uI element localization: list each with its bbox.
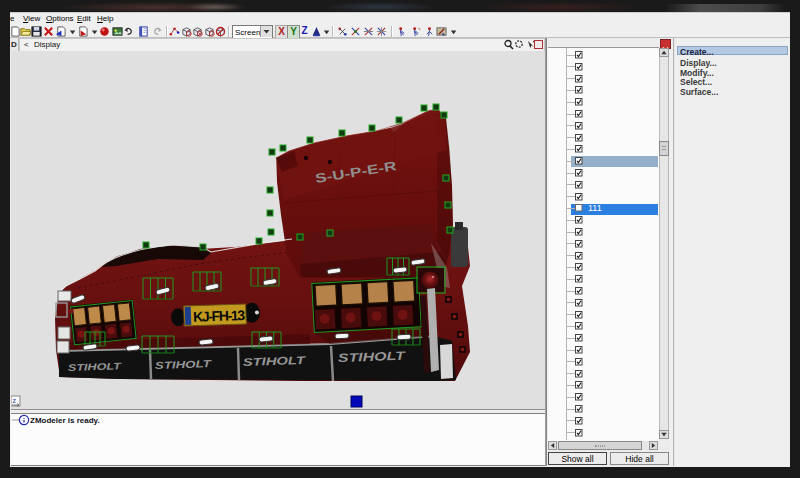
svg-text:STIHOLT: STIHOLT — [155, 358, 213, 371]
svg-text:STIHOLT: STIHOLT — [338, 349, 408, 365]
svg-text:KJ-FH-13: KJ-FH-13 — [193, 307, 246, 325]
svg-text:z: z — [13, 397, 17, 404]
svg-text:STIHOLT: STIHOLT — [243, 354, 307, 368]
svg-text:STIHOLT: STIHOLT — [68, 360, 123, 373]
